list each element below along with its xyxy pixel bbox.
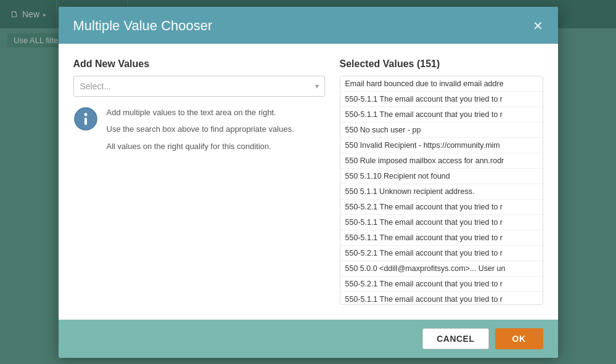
info-section: Add multiple values to the text area on … bbox=[73, 107, 325, 153]
modal-close-button[interactable]: ✕ bbox=[533, 20, 543, 32]
selected-values-title: Selected Values (151) bbox=[340, 59, 543, 70]
select-wrapper: Select... ▾ bbox=[73, 76, 325, 97]
modal-title: Multiple Value Chooser bbox=[73, 18, 213, 34]
modal-header: Multiple Value Chooser ✕ bbox=[59, 7, 558, 44]
svg-rect-2 bbox=[84, 118, 87, 125]
info-icon bbox=[73, 107, 98, 131]
info-line1: Add multiple values to the text area on … bbox=[107, 107, 294, 119]
info-line2: Use the search box above to find appropr… bbox=[107, 123, 294, 135]
left-panel: Add New Values Select... ▾ bbox=[73, 59, 325, 305]
right-panel: Selected Values (151) Email hard bounced… bbox=[340, 59, 543, 305]
info-line3: All values on the right qualify for this… bbox=[107, 140, 294, 153]
cancel-button[interactable]: CANCEL bbox=[422, 328, 488, 349]
list-item: 550 5.0.0 <ddill@maxprofitsys.com>... Us… bbox=[340, 261, 543, 277]
list-item: 550 Rule imposed mailbox access for ann.… bbox=[340, 153, 543, 169]
modal-overlay: Multiple Value Chooser ✕ Add New Values … bbox=[0, 0, 616, 364]
list-item: 550-5.1.1 The email account that you tri… bbox=[340, 292, 543, 305]
list-item: 550-5.2.1 The email account that you tri… bbox=[340, 200, 543, 215]
list-item: 550-5.2.1 The email account that you tri… bbox=[340, 246, 543, 261]
info-text: Add multiple values to the text area on … bbox=[107, 107, 294, 153]
modal-body: Add New Values Select... ▾ bbox=[59, 44, 558, 320]
list-item: 550-5.1.1 The email account that you tri… bbox=[340, 107, 543, 123]
values-list[interactable]: Email hard bounced due to invalid email … bbox=[340, 76, 543, 305]
list-item: 550-5.1.1 The email account that you tri… bbox=[340, 92, 543, 107]
list-item: 550 No such user - pp bbox=[340, 123, 543, 138]
modal-dialog: Multiple Value Chooser ✕ Add New Values … bbox=[59, 7, 558, 358]
list-item: 550-5.1.1 The email account that you tri… bbox=[340, 215, 543, 230]
list-item: 550 5.1.1 Unknown recipient address. bbox=[340, 184, 543, 200]
ok-button[interactable]: OK bbox=[495, 328, 543, 349]
modal-footer: CANCEL OK bbox=[59, 320, 558, 358]
list-item: Email hard bounced due to invalid email … bbox=[340, 76, 543, 92]
values-select[interactable]: Select... bbox=[73, 76, 325, 97]
list-item: 550-5.1.1 The email account that you tri… bbox=[340, 230, 543, 246]
svg-point-1 bbox=[84, 113, 87, 116]
list-item: 550-5.2.1 The email account that you tri… bbox=[340, 277, 543, 292]
list-item: 550 Invalid Recipient - https://communit… bbox=[340, 138, 543, 153]
add-values-title: Add New Values bbox=[73, 59, 325, 70]
list-item: 550 5.1.10 Recipient not found bbox=[340, 169, 543, 184]
